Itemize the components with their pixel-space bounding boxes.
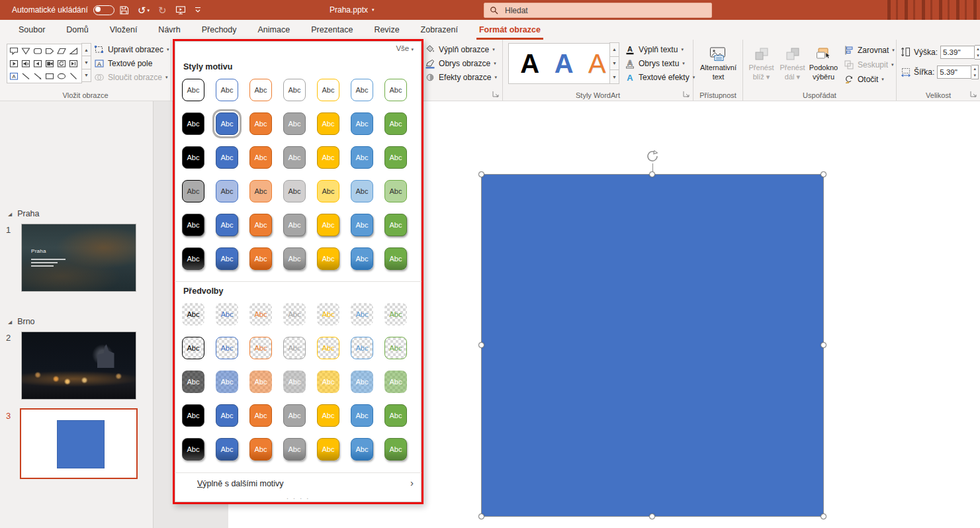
style-tile-trans-text-orange[interactable]: Abc (249, 303, 272, 326)
style-tile-solid-orange[interactable]: Abc (249, 112, 272, 135)
start-slideshow-button[interactable] (175, 5, 186, 15)
shape-oval[interactable] (56, 70, 67, 82)
tab-prezentace[interactable]: Prezentace (300, 20, 363, 40)
selected-shape-rectangle[interactable] (481, 174, 824, 517)
style-tile-solid-shadow-orange[interactable]: Abc (249, 214, 272, 236)
v-pl-obrazce-button[interactable]: Výplň obrazce▾ (425, 43, 497, 56)
style-tile-gradient-gold[interactable]: Abc (317, 247, 339, 270)
resize-handle-bottom-middle[interactable] (649, 513, 655, 519)
style-tile-gradient-light-blue[interactable]: Abc (351, 247, 373, 270)
shape-speaker-box[interactable] (20, 58, 32, 69)
style-tile-solid-light-blue[interactable]: Abc (351, 146, 373, 169)
oto-it-button[interactable]: Otočit▾ (844, 73, 895, 86)
ka-input[interactable] (937, 66, 971, 79)
slou-it-obrazce-button[interactable]: Sloučit obrazce▾ (94, 71, 169, 84)
textov-pole-button[interactable]: ATextové pole (94, 57, 169, 70)
tab-n-vrh[interactable]: Návrh (148, 20, 191, 40)
style-tile-solid-gray[interactable]: Abc (283, 146, 306, 169)
undo-button[interactable]: ↺▾ (138, 5, 150, 15)
style-tile-trans-fill-blue[interactable]: Abc (216, 371, 238, 393)
style-tile-trans-fill-light-blue[interactable]: Abc (351, 371, 373, 393)
style-tile-solid-blue[interactable]: Abc (216, 112, 238, 135)
shape-end-box[interactable] (67, 58, 79, 69)
stepper[interactable]: ▲▼ (971, 65, 979, 79)
style-tile-trans-border-black[interactable]: Abc (182, 337, 204, 359)
gallery-more-icon[interactable]: ▼ (81, 69, 91, 82)
tab-dom[interactable]: Domů (56, 20, 99, 40)
style-tile-gradient-blue[interactable]: Abc (216, 247, 238, 270)
style-tile-solid-plain-blue[interactable]: Abc (216, 404, 238, 427)
style-tile-solid-plain-black[interactable]: Abc (182, 404, 204, 427)
style-tile-solid-gold[interactable]: Abc (317, 146, 339, 169)
customize-qat-button[interactable] (195, 6, 201, 14)
tab-form-t-obrazce[interactable]: Formát obrazce (468, 20, 551, 40)
tab-vlo-en[interactable]: Vložení (99, 20, 148, 40)
seskupit-button[interactable]: Seskupit▾ (844, 58, 895, 71)
style-tile-solid-plain-gray[interactable]: Abc (283, 404, 306, 427)
dialog-launcher-icon[interactable] (492, 91, 500, 99)
style-tile-solid-orange[interactable]: Abc (249, 146, 272, 169)
style-tile-outline-black[interactable]: Abc (182, 79, 204, 101)
slide-thumbnail-1[interactable]: Praha (21, 224, 136, 292)
style-tile-solid-black[interactable]: Abc (182, 112, 204, 135)
style-tile-solid-shadow-blue[interactable]: Abc (216, 214, 238, 236)
style-tile-solid-shadow-gold[interactable]: Abc (317, 214, 339, 236)
style-tile-trans-border-light-blue[interactable]: Abc (351, 337, 373, 359)
style-tile-solid-gold[interactable]: Abc (317, 112, 339, 135)
shape-rounded-rect[interactable] (32, 45, 44, 57)
style-tile-solid-plain-green[interactable]: Abc (384, 404, 407, 427)
v-pl-textu-button[interactable]: AVýplň textu▾ (625, 43, 695, 56)
style-tile-outline-blue[interactable]: Abc (216, 79, 238, 101)
style-tile-gradient-orange[interactable]: Abc (249, 247, 272, 270)
style-tile-outline-gold[interactable]: Abc (317, 79, 339, 101)
style-tile-trans-border-green[interactable]: Abc (384, 337, 407, 359)
slide-thumbnail-2[interactable] (21, 331, 136, 400)
style-tile-solid-gray[interactable]: Abc (283, 112, 306, 135)
redo-button[interactable]: ↻ (158, 5, 167, 15)
more-theme-fills-link[interactable]: Výplně s dalšími motivy (197, 479, 284, 488)
style-tile-subtle-gold[interactable]: Abc (317, 180, 339, 202)
wordart-gallery[interactable]: AAA (508, 43, 618, 84)
section-header-brno[interactable]: ◢Brno (8, 317, 35, 326)
style-tile-gradient-black[interactable]: Abc (182, 438, 204, 461)
style-tile-trans-fill-black[interactable]: Abc (182, 371, 204, 393)
shape-prev-box[interactable] (32, 58, 44, 69)
style-tile-solid-shadow-black[interactable]: Abc (182, 214, 204, 236)
efekty-obrazce-button[interactable]: Efekty obrazce▾ (425, 71, 497, 84)
save-button[interactable] (119, 5, 129, 15)
shape-film-box[interactable] (44, 58, 56, 69)
resize-grip[interactable]: · · · · (175, 496, 422, 502)
resize-handle-top-left[interactable] (478, 171, 484, 177)
style-tile-subtle-black[interactable]: Abc (182, 180, 204, 202)
style-tile-trans-fill-orange[interactable]: Abc (249, 371, 272, 393)
shape-textbox[interactable]: A (8, 70, 20, 82)
style-tile-gradient-gray[interactable]: Abc (283, 247, 306, 270)
style-tile-trans-text-green[interactable]: Abc (384, 303, 407, 326)
style-tile-outline-gray[interactable]: Abc (283, 79, 306, 101)
search-box[interactable] (484, 3, 712, 18)
style-tile-outline-orange[interactable]: Abc (249, 79, 272, 101)
shape-line[interactable] (20, 70, 32, 82)
style-tile-subtle-orange[interactable]: Abc (249, 180, 272, 202)
p-en-st-bl-button[interactable]: Přenést blíž ▾ (746, 40, 777, 82)
shape-play-box[interactable] (8, 58, 20, 69)
rotate-handle[interactable] (645, 149, 660, 163)
style-tile-gradient-black[interactable]: Abc (182, 247, 204, 270)
tab-zobrazen[interactable]: Zobrazení (410, 20, 468, 40)
resize-handle-bottom-right[interactable] (821, 513, 826, 519)
shape-arrow-line[interactable] (32, 70, 44, 82)
style-tile-solid-plain-gold[interactable]: Abc (317, 404, 339, 427)
wordart-style-1[interactable]: A (520, 50, 539, 77)
style-tile-trans-fill-gold[interactable]: Abc (317, 371, 339, 393)
style-tile-trans-text-gray[interactable]: Abc (283, 303, 306, 326)
shape-rect[interactable] (44, 70, 56, 82)
shape-pentagon-right[interactable] (44, 45, 56, 57)
gallery-more-icon[interactable]: ▼ (609, 69, 619, 84)
style-tile-trans-fill-green[interactable]: Abc (384, 371, 407, 393)
style-tile-solid-green[interactable]: Abc (384, 112, 407, 135)
shape-triangle-down[interactable] (20, 45, 32, 57)
style-tile-solid-plain-light-blue[interactable]: Abc (351, 404, 373, 427)
style-tile-trans-text-light-blue[interactable]: Abc (351, 303, 373, 326)
style-tile-gradient-green[interactable]: Abc (384, 438, 407, 461)
zarovnat-button[interactable]: Zarovnat▾ (844, 44, 895, 57)
